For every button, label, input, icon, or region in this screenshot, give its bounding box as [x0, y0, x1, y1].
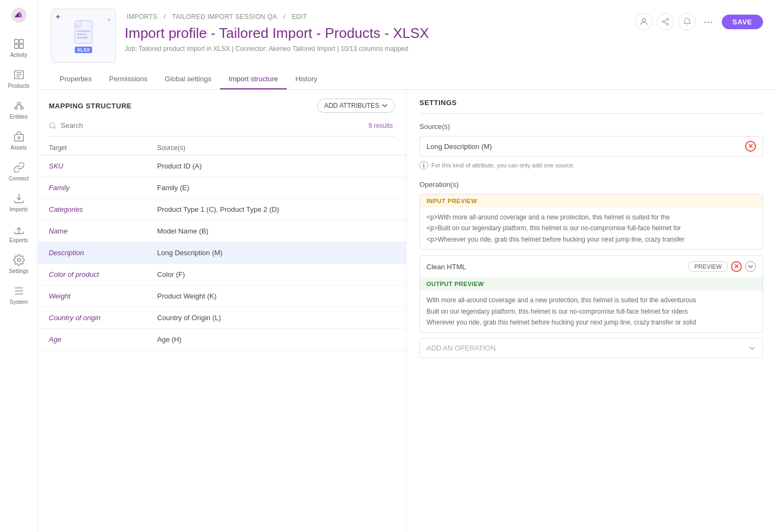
- save-button[interactable]: SAVE: [722, 15, 763, 29]
- sources-label: Source(s): [419, 122, 763, 131]
- output-preview-line-1: Built on our legendary platform, this he…: [426, 306, 756, 317]
- source-tag-value: Long Description (M): [426, 142, 492, 151]
- mapping-row[interactable]: SKU Product ID (A): [38, 155, 406, 177]
- svg-line-27: [664, 22, 667, 24]
- input-preview-line-0: <p>With more all-around coverage and a n…: [426, 212, 756, 223]
- import-thumbnail: XLSX ✦ ✦: [51, 9, 116, 63]
- content-area: MAPPING STRUCTURE ADD ATTRIBUTES 9 resul…: [38, 90, 776, 532]
- input-preview-line-2: <p>Wherever you ride, grab this helmet b…: [426, 234, 756, 245]
- add-operation-row[interactable]: ADD AN OPERATION: [419, 338, 763, 358]
- app-logo[interactable]: [9, 5, 29, 25]
- clean-html-card: Clean HTML PREVIEW ✕ OUTPUT PREVIEW With…: [419, 255, 763, 333]
- clean-html-label: Clean HTML: [426, 263, 466, 271]
- svg-line-11: [16, 105, 17, 107]
- tab-import-structure[interactable]: Import structure: [220, 69, 287, 89]
- preview-button[interactable]: PREVIEW: [688, 261, 728, 272]
- input-preview-header: INPUT PREVIEW: [420, 194, 762, 207]
- svg-point-29: [50, 122, 55, 127]
- user-avatar-btn[interactable]: [635, 13, 652, 30]
- input-preview-line-1: <p>Built on our legendary platform, this…: [426, 223, 756, 233]
- mapping-row[interactable]: Family Family (E): [38, 177, 406, 199]
- share-btn[interactable]: [657, 13, 674, 30]
- mapping-row[interactable]: Name Model Name (B): [38, 220, 406, 242]
- sidebar-item-exports[interactable]: Exports: [3, 219, 35, 248]
- row-target-2: Categories: [49, 205, 157, 213]
- remove-source-button[interactable]: ✕: [745, 141, 756, 152]
- svg-rect-20: [77, 30, 90, 32]
- sidebar-item-assets[interactable]: Assets: [3, 126, 35, 155]
- info-icon: ℹ: [419, 161, 428, 170]
- sidebar-item-entities[interactable]: Entities: [3, 95, 35, 124]
- svg-point-26: [667, 23, 669, 25]
- row-source-6: Product Weight (K): [157, 292, 395, 300]
- row-target-7: Country of origin: [49, 314, 157, 322]
- mapping-table: Target Source(s) SKU Product ID (A) Fami…: [38, 141, 406, 532]
- svg-point-25: [662, 21, 664, 23]
- svg-line-12: [20, 105, 21, 107]
- sidebar-item-activity-label: Activity: [10, 52, 28, 58]
- tabs: Properties Permissions Global settings I…: [51, 69, 763, 89]
- sidebar-item-connect[interactable]: Connect: [3, 157, 35, 186]
- sidebar-item-system[interactable]: System: [3, 281, 35, 309]
- add-operation-label: ADD AN OPERATION: [426, 344, 496, 352]
- mapping-panel: MAPPING STRUCTURE ADD ATTRIBUTES 9 resul…: [38, 90, 406, 532]
- mapping-row[interactable]: Age Age (H): [38, 329, 406, 351]
- svg-point-14: [18, 137, 20, 139]
- sidebar-item-settings-label: Settings: [9, 268, 28, 274]
- svg-point-8: [17, 102, 21, 106]
- row-target-4: Description: [49, 249, 157, 257]
- svg-rect-13: [14, 134, 23, 141]
- breadcrumb-imports[interactable]: IMPORTS: [127, 13, 158, 21]
- search-results-count: 9 results: [368, 122, 395, 129]
- mapping-row[interactable]: Categories Product Type 1 (C), Product T…: [38, 199, 406, 220]
- add-attributes-button[interactable]: ADD ATTRIBUTES: [317, 99, 395, 113]
- svg-point-24: [667, 18, 669, 20]
- input-preview-card: INPUT PREVIEW <p>With more all-around co…: [419, 194, 763, 250]
- row-target-6: Weight: [49, 292, 157, 300]
- sidebar-item-exports-label: Exports: [10, 237, 28, 243]
- breadcrumb-session[interactable]: TAILORED IMPORT SESSION QA: [172, 13, 277, 21]
- svg-point-9: [15, 107, 17, 109]
- mapping-row[interactable]: Weight Product Weight (K): [38, 286, 406, 307]
- row-source-2: Product Type 1 (C), Product Type 2 (D): [157, 205, 395, 213]
- sidebar-item-imports[interactable]: Imports: [3, 188, 35, 217]
- sidebar-item-activity[interactable]: Activity: [3, 34, 35, 62]
- mapping-row[interactable]: Color of product Color (F): [38, 264, 406, 286]
- mapping-header: MAPPING STRUCTURE ADD ATTRIBUTES: [38, 90, 406, 119]
- breadcrumb-edit: EDIT: [292, 13, 307, 21]
- search-bar: 9 results: [49, 119, 395, 137]
- column-sources: Source(s): [157, 144, 395, 152]
- tab-permissions[interactable]: Permissions: [100, 69, 156, 89]
- tab-properties[interactable]: Properties: [51, 69, 100, 89]
- table-header: Target Source(s): [38, 141, 406, 155]
- sidebar-item-products[interactable]: Products: [3, 64, 35, 93]
- remove-operation-button[interactable]: ✕: [731, 261, 742, 272]
- tab-global-settings[interactable]: Global settings: [156, 69, 220, 89]
- svg-line-28: [664, 20, 667, 21]
- more-options-btn[interactable]: ···: [700, 13, 717, 30]
- sidebar-item-entities-label: Entities: [10, 114, 28, 120]
- row-target-8: Age: [49, 335, 157, 343]
- sidebar-item-settings[interactable]: Settings: [3, 250, 35, 278]
- output-preview-line-2: Wherever you ride, grab this helmet befo…: [426, 317, 756, 328]
- mapping-row[interactable]: Country of origin Country of Origin (L): [38, 307, 406, 329]
- settings-panel: SETTINGS Source(s) Long Description (M) …: [406, 90, 776, 532]
- tab-history[interactable]: History: [287, 69, 326, 89]
- notification-btn[interactable]: [678, 13, 696, 30]
- xlsx-badge: XLSX: [75, 47, 92, 53]
- svg-rect-3: [19, 44, 23, 48]
- svg-rect-2: [14, 44, 18, 48]
- header-meta: Job: Tailored product import in XLSX | C…: [125, 45, 429, 53]
- page-header: XLSX ✦ ✦ IMPORTS / TAILORED IMPORT SESSI…: [38, 0, 776, 90]
- output-preview-content: With more all-around coverage and a new …: [420, 290, 762, 332]
- row-source-5: Color (F): [157, 270, 395, 278]
- mapping-row-selected[interactable]: Description Long Description (M): [38, 242, 406, 264]
- source-hint: ℹ For this kind of attribute, you can on…: [419, 161, 763, 170]
- header-actions: ··· SAVE: [635, 9, 763, 30]
- row-source-1: Family (E): [157, 184, 395, 192]
- search-input[interactable]: [56, 119, 368, 132]
- expand-operation-button[interactable]: [745, 261, 756, 272]
- row-source-0: Product ID (A): [157, 162, 395, 170]
- source-hint-text: For this kind of attribute, you can only…: [431, 162, 575, 168]
- add-operation-chevron: [748, 345, 756, 352]
